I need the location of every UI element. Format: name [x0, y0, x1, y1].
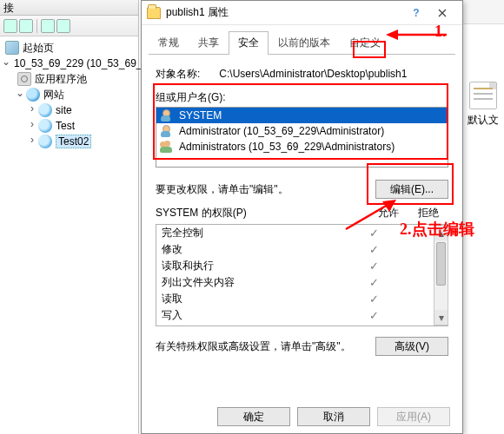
permission-name: 列出文件夹内容	[162, 275, 354, 290]
user-icon	[160, 124, 174, 138]
tree-node-server[interactable]: ⌄ 10_53_69_229 (10_53_69_22	[2, 56, 136, 71]
twist-icon[interactable]: ›	[26, 118, 38, 134]
document-icon	[469, 82, 497, 109]
toolbar-icon[interactable]	[3, 19, 17, 33]
deny-column-header: 拒绝	[408, 206, 448, 220]
twist-icon[interactable]: ⌄	[14, 87, 26, 102]
allow-check-icon	[354, 309, 394, 322]
permission-row: 读取和执行	[156, 258, 434, 274]
tree-node-sites[interactable]: ⌄ 网站	[2, 87, 136, 102]
dialog-button-row: 确定 取消 应用(A)	[142, 407, 462, 426]
tree-node-start[interactable]: 起始页	[2, 40, 136, 56]
feature-label: 默认文	[465, 113, 501, 128]
right-feature-panel: 默认文	[461, 0, 504, 434]
permission-row: 列出文件夹内容	[156, 274, 434, 291]
allow-check-icon	[354, 260, 394, 273]
security-tab-content: 对象名称: C:\Users\Administrator\Desktop\pub…	[142, 55, 462, 356]
users-group-icon	[160, 140, 174, 154]
permission-name: 写入	[162, 308, 354, 323]
twist-icon[interactable]: ⌄	[2, 56, 10, 71]
tree-body: 起始页 ⌄ 10_53_69_229 (10_53_69_22 应用程序池 ⌄ …	[0, 36, 138, 153]
tab-security[interactable]: 安全	[229, 31, 269, 55]
permission-name: 完全控制	[162, 226, 354, 240]
node-label: 网站	[43, 88, 64, 102]
node-label: 应用程序池	[35, 72, 87, 87]
help-icon[interactable]: ?	[407, 7, 426, 19]
node-label: Test02	[56, 135, 91, 148]
sites-icon	[26, 88, 40, 102]
permission-row: 完全控制	[156, 225, 434, 241]
twist-icon[interactable]: ›	[26, 102, 38, 118]
list-item-label: Administrators (10_53_69_229\Administrat…	[179, 141, 395, 153]
feature-default-document[interactable]: 默认文	[465, 82, 501, 128]
group-user-listbox[interactable]: SYSTEM Administrator (10_53_69_229\Admin…	[156, 107, 448, 168]
permissions-header: SYSTEM 的权限(P)	[156, 206, 368, 220]
permission-row: 修改	[156, 241, 434, 258]
toolbar-icon[interactable]	[56, 19, 70, 33]
app-pools-icon	[17, 72, 31, 86]
site-icon	[38, 103, 52, 117]
node-label: 10_53_69_229 (10_53_69_22	[14, 57, 154, 69]
tree-node-app-pools[interactable]: 应用程序池	[2, 71, 136, 87]
tree-node-site[interactable]: › Test	[2, 118, 136, 134]
allow-check-icon	[354, 293, 394, 306]
tree-toolbar	[0, 16, 138, 36]
scroll-track[interactable]	[434, 240, 448, 310]
allow-column-header: 允许	[368, 206, 408, 220]
permission-name: 修改	[162, 242, 354, 257]
allow-check-icon	[354, 227, 394, 240]
object-name-value: C:\Users\Administrator\Desktop\publish1	[219, 68, 407, 80]
advanced-button[interactable]: 高级(V)	[375, 337, 448, 356]
tab-customize[interactable]: 自定义	[340, 31, 390, 55]
allow-check-icon	[354, 243, 394, 256]
connections-tree-panel: 接 起始页 ⌄ 10_53_69_229 (10_53_69_22 应用程序池 …	[0, 0, 139, 434]
list-item[interactable]: Administrators (10_53_69_229\Administrat…	[156, 139, 448, 155]
tree-node-site[interactable]: › site	[2, 102, 136, 118]
start-page-icon	[5, 41, 19, 55]
node-label: Test	[56, 120, 75, 132]
site-icon	[38, 135, 52, 148]
list-item[interactable]: Administrator (10_53_69_229\Administrato…	[156, 123, 448, 139]
group-user-label: 组或用户名(G):	[156, 90, 448, 105]
permission-row: 读取	[156, 291, 434, 307]
permission-name: 读取和执行	[162, 259, 354, 273]
node-label: site	[56, 104, 72, 116]
twist-icon[interactable]: ›	[26, 134, 38, 149]
permission-row: 写入	[156, 307, 434, 324]
node-label: 起始页	[23, 41, 54, 56]
list-item[interactable]: SYSTEM	[156, 108, 448, 123]
tab-previous-versions[interactable]: 以前的版本	[269, 31, 340, 55]
edit-button[interactable]: 编辑(E)...	[375, 180, 448, 199]
tab-sharing[interactable]: 共享	[189, 31, 229, 55]
site-icon	[38, 119, 52, 133]
edit-hint: 要更改权限，请单击"编辑"。	[156, 182, 375, 197]
dialog-title: publish1 属性	[166, 5, 407, 20]
folder-icon	[147, 7, 161, 19]
ok-button[interactable]: 确定	[217, 407, 290, 426]
scroll-thumb[interactable]	[436, 242, 446, 286]
toolbar-icon[interactable]	[41, 19, 55, 33]
titlebar[interactable]: publish1 属性 ?	[142, 1, 462, 25]
properties-dialog: publish1 属性 ? 常规 共享 安全 以前的版本 自定义 对象名称: C…	[141, 0, 463, 434]
list-item-label: SYSTEM	[179, 109, 222, 122]
cancel-button[interactable]: 取消	[297, 407, 370, 426]
scroll-down-icon[interactable]: ▾	[434, 310, 448, 325]
tree-header: 接	[0, 0, 138, 16]
object-name-label: 对象名称:	[156, 67, 216, 82]
tab-general[interactable]: 常规	[149, 31, 189, 55]
user-icon	[160, 108, 174, 122]
close-icon[interactable]	[428, 3, 457, 23]
right-panel-header	[461, 0, 504, 24]
advanced-hint: 有关特殊权限或高级设置，请单击"高级"。	[156, 339, 375, 354]
apply-button[interactable]: 应用(A)	[377, 407, 450, 426]
scrollbar[interactable]: ▴ ▾	[434, 225, 448, 326]
permission-name: 读取	[162, 292, 354, 306]
permissions-list: 完全控制修改读取和执行列出文件夹内容读取写入 ▴ ▾	[156, 224, 448, 326]
toolbar-icon[interactable]	[19, 19, 33, 33]
allow-check-icon	[354, 276, 394, 289]
tab-strip: 常规 共享 安全 以前的版本 自定义	[149, 30, 455, 55]
divider	[36, 19, 37, 33]
list-item-label: Administrator (10_53_69_229\Administrato…	[179, 125, 384, 137]
scroll-up-icon[interactable]: ▴	[434, 226, 448, 240]
tree-node-site-selected[interactable]: › Test02	[2, 134, 136, 149]
